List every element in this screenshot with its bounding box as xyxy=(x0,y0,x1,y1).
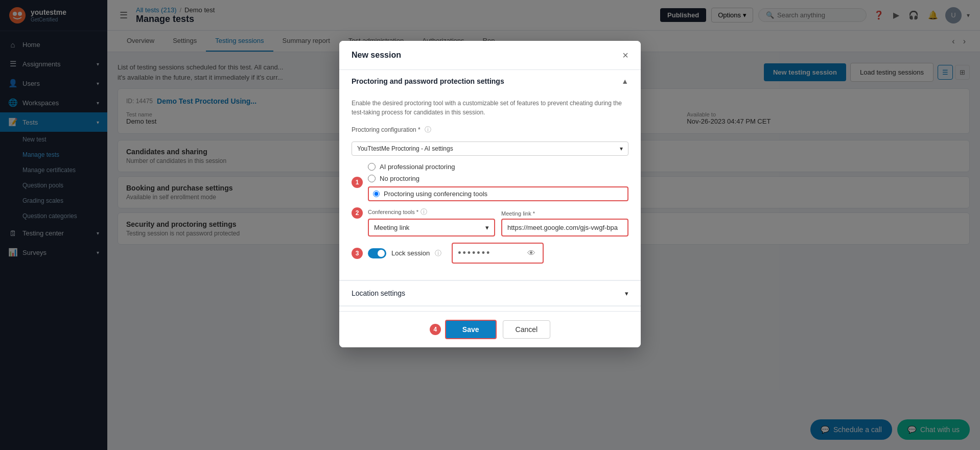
step-2-badge: 2 xyxy=(352,207,363,219)
location-accordion-header[interactable]: Location settings ▾ xyxy=(339,280,641,305)
toggle-slider xyxy=(368,248,386,258)
conferencing-info-icon: ⓘ xyxy=(421,207,427,217)
radio-ai-proctoring[interactable]: AI professional proctoring xyxy=(368,163,628,171)
conferencing-label: Proctoring using conferencing tools xyxy=(384,190,487,198)
conferencing-radio[interactable] xyxy=(373,191,380,197)
proctoring-config-label: Proctoring configuration * xyxy=(352,126,421,133)
lock-session-label: Lock session xyxy=(391,249,430,257)
no-proctoring-label: No proctoring xyxy=(380,175,419,182)
proctoring-accordion-content: Enable the desired proctoring tool with … xyxy=(339,99,641,280)
cancel-button[interactable]: Cancel xyxy=(503,320,551,339)
chevron-down-icon: ▾ xyxy=(620,145,623,152)
meeting-link-input[interactable] xyxy=(501,219,628,236)
conferencing-tools-value: Meeting link xyxy=(374,224,409,231)
proctoring-accordion: Proctoring and password protection setti… xyxy=(339,70,641,280)
meeting-link-label: Meeting link * xyxy=(501,210,628,217)
modal-title: New session xyxy=(352,51,401,60)
proctoring-accordion-header[interactable]: Proctoring and password protection setti… xyxy=(339,70,641,92)
conferencing-tools-label: Conferencing tools * ⓘ xyxy=(368,207,495,217)
step-1-badge: 1 xyxy=(352,177,363,188)
chevron-down-icon: ▾ xyxy=(485,224,489,231)
proctoring-config-select[interactable]: YouTtestMe Proctoring - AI settings ▾ xyxy=(352,141,628,156)
lock-session-info-icon: ⓘ xyxy=(435,249,441,258)
modal-footer: 4 Save Cancel xyxy=(339,311,641,347)
step-4-badge: 4 xyxy=(430,324,441,335)
eye-icon[interactable]: 👁 xyxy=(527,249,538,258)
save-button[interactable]: Save xyxy=(445,320,497,339)
password-dots: ••••••• xyxy=(458,248,491,258)
conferencing-tools-select[interactable]: Meeting link ▾ xyxy=(368,219,495,236)
accordion-up-icon: ▲ xyxy=(621,77,628,85)
proctoring-config-info-icon: ⓘ xyxy=(425,125,431,134)
location-accordion: Location settings ▾ xyxy=(339,280,641,306)
config-select-value: YouTtestMe Proctoring - AI settings xyxy=(357,145,453,152)
modal-body: Proctoring and password protection setti… xyxy=(339,70,641,332)
modal-close-button[interactable]: × xyxy=(622,50,628,60)
password-field[interactable]: ••••••• 👁 xyxy=(452,243,544,264)
lock-session-toggle[interactable] xyxy=(368,248,386,258)
new-session-modal: New session × Proctoring and password pr… xyxy=(339,41,641,347)
modal-overlay: New session × Proctoring and password pr… xyxy=(0,0,980,450)
modal-header: New session × xyxy=(339,41,641,70)
radio-conferencing-container[interactable]: Proctoring using conferencing tools xyxy=(368,186,628,201)
no-proctoring-radio[interactable] xyxy=(368,175,376,182)
location-accordion-title: Location settings xyxy=(352,289,405,297)
chevron-down-icon: ▾ xyxy=(625,290,628,297)
ai-proctoring-label: AI professional proctoring xyxy=(380,163,455,171)
ai-proctoring-radio[interactable] xyxy=(368,163,376,171)
step-3-badge: 3 xyxy=(352,248,363,259)
radio-no-proctoring[interactable]: No proctoring xyxy=(368,175,628,182)
proctoring-desc: Enable the desired proctoring tool with … xyxy=(352,99,628,117)
proctoring-accordion-title: Proctoring and password protection setti… xyxy=(352,77,504,85)
